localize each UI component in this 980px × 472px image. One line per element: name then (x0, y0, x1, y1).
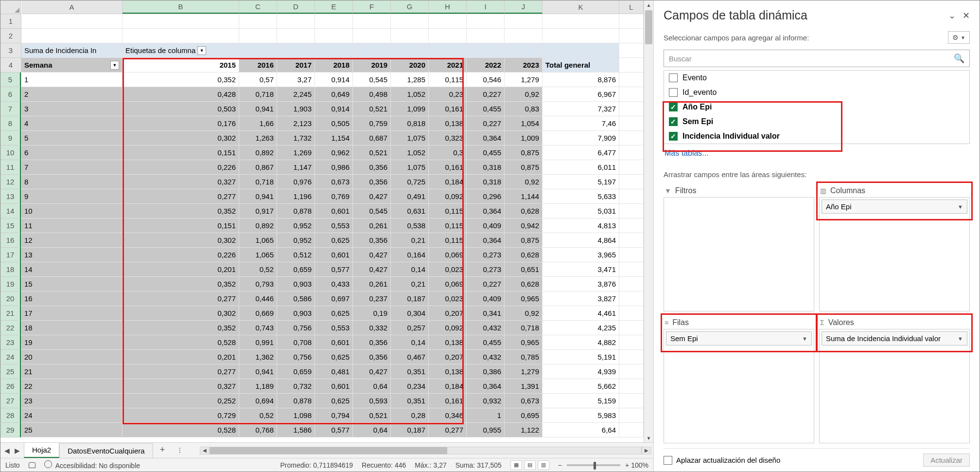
cell[interactable]: 0,14 (391, 262, 429, 277)
cell[interactable] (467, 14, 505, 29)
cell[interactable]: 1,065 (239, 233, 277, 248)
cell[interactable]: 10 (21, 204, 122, 218)
cell[interactable]: 0,57 (239, 73, 277, 87)
cell[interactable] (619, 43, 644, 58)
cell[interactable]: 0,257 (391, 321, 429, 335)
row-header-18[interactable]: 18 (0, 262, 21, 277)
cell[interactable]: 0,115 (429, 204, 467, 218)
cell[interactable]: 24 (21, 408, 122, 423)
cell[interactable]: 0,903 (277, 306, 315, 321)
cell[interactable]: 0,273 (467, 262, 505, 277)
cell[interactable]: 1,075 (391, 160, 429, 175)
cell[interactable]: 0,785 (505, 350, 542, 364)
cell[interactable]: 0,302 (122, 233, 239, 248)
cell[interactable]: 1,189 (239, 379, 277, 394)
cell[interactable]: 0,577 (315, 423, 353, 437)
cell[interactable] (505, 14, 542, 29)
cell[interactable]: 22 (21, 379, 122, 394)
columns-chip-ano-epi[interactable]: Año Epi ▼ (822, 200, 967, 214)
cell[interactable] (429, 43, 467, 58)
cell[interactable]: 0,708 (277, 335, 315, 350)
cell[interactable] (391, 14, 429, 29)
cell[interactable]: 0,302 (122, 306, 239, 321)
add-sheet-button[interactable]: + (153, 442, 172, 458)
cell[interactable]: 0,875 (505, 233, 542, 248)
cell[interactable]: 6 (21, 145, 122, 160)
cell[interactable]: 0,965 (505, 291, 542, 306)
hscroll-right-arrow[interactable]: ▶ (642, 447, 651, 454)
cell[interactable]: 4 (21, 116, 122, 131)
defer-layout-checkbox[interactable]: Aplazar actualización del diseño (664, 456, 780, 465)
cell[interactable]: 0,952 (277, 218, 315, 233)
pane-layout-gear-button[interactable]: ⚙ ▼ (948, 31, 970, 44)
view-normal-button[interactable]: ▦ (510, 460, 522, 470)
cell[interactable] (619, 116, 644, 131)
cell[interactable]: 0,21 (391, 233, 429, 248)
cell[interactable]: 2,245 (277, 87, 315, 102)
column-header-G[interactable]: G (391, 0, 429, 14)
cell[interactable] (239, 43, 277, 58)
cell[interactable]: 0,718 (505, 321, 542, 335)
cell[interactable]: 6,477 (542, 145, 619, 160)
cell[interactable]: 0,695 (505, 408, 542, 423)
cell[interactable]: 1,66 (239, 116, 277, 131)
cell[interactable]: 0,161 (429, 160, 467, 175)
row-header-21[interactable]: 21 (0, 306, 21, 321)
cell[interactable]: 0,467 (391, 350, 429, 364)
cell[interactable]: 0,164 (391, 248, 429, 262)
cell[interactable]: 1 (467, 408, 505, 423)
cell[interactable]: 0,446 (239, 291, 277, 306)
row-header-4[interactable]: 4 (0, 58, 21, 73)
cell[interactable] (619, 423, 644, 437)
cell[interactable]: 0,92 (505, 306, 542, 321)
cell[interactable] (353, 29, 391, 43)
cell[interactable]: 0,545 (353, 73, 391, 87)
cell[interactable]: 1,279 (505, 364, 542, 379)
cell[interactable]: 0,115 (429, 218, 467, 233)
cell[interactable]: 0,296 (467, 189, 505, 204)
cell[interactable]: 0,3 (429, 145, 467, 160)
row-header-28[interactable]: 28 (0, 408, 21, 423)
cell[interactable]: 0,277 (429, 423, 467, 437)
cell[interactable]: 0,069 (429, 248, 467, 262)
cell[interactable]: 1,732 (277, 131, 315, 145)
column-header-E[interactable]: E (315, 0, 353, 14)
cell[interactable] (619, 321, 644, 335)
cell[interactable]: 0,207 (429, 350, 467, 364)
zoom-slider[interactable] (567, 464, 620, 466)
cell[interactable]: 0,546 (467, 73, 505, 87)
cell[interactable]: 1,903 (277, 102, 315, 116)
cell[interactable]: 0,538 (391, 218, 429, 233)
cell[interactable]: 0,161 (429, 394, 467, 408)
column-header-L[interactable]: L (619, 0, 644, 14)
cell[interactable] (619, 248, 644, 262)
cell[interactable]: 0,694 (239, 394, 277, 408)
cell[interactable]: 4,864 (542, 233, 619, 248)
cell[interactable]: 0,21 (391, 277, 429, 291)
cell[interactable]: 6,011 (542, 160, 619, 175)
field-item-sem-epi[interactable]: ✓Sem Epi (664, 114, 969, 129)
cell[interactable]: 0,718 (239, 175, 277, 189)
cell[interactable]: 0,651 (505, 262, 542, 277)
cell[interactable]: 0,227 (467, 116, 505, 131)
cell[interactable] (277, 14, 315, 29)
cell[interactable]: 7,46 (542, 116, 619, 131)
cell[interactable] (542, 29, 619, 43)
column-header-J[interactable]: J (505, 0, 542, 14)
cell[interactable] (619, 145, 644, 160)
cell[interactable]: 11 (21, 218, 122, 233)
cell[interactable]: 0,19 (353, 306, 391, 321)
cell[interactable]: 2 (21, 87, 122, 102)
cell[interactable] (619, 408, 644, 423)
zoom-out-icon[interactable]: − (558, 461, 562, 469)
cell[interactable]: 0,455 (467, 102, 505, 116)
field-item-id_evento[interactable]: Id_evento (664, 85, 969, 100)
cell[interactable]: 1,285 (391, 73, 429, 87)
row-header-13[interactable]: 13 (0, 189, 21, 204)
cell[interactable]: 0,277 (122, 291, 239, 306)
hscroll-track[interactable] (210, 447, 642, 454)
row-header-29[interactable]: 29 (0, 423, 21, 437)
cell[interactable]: 0,892 (239, 145, 277, 160)
field-item-evento[interactable]: Evento (664, 71, 969, 85)
cell[interactable]: 5,633 (542, 189, 619, 204)
